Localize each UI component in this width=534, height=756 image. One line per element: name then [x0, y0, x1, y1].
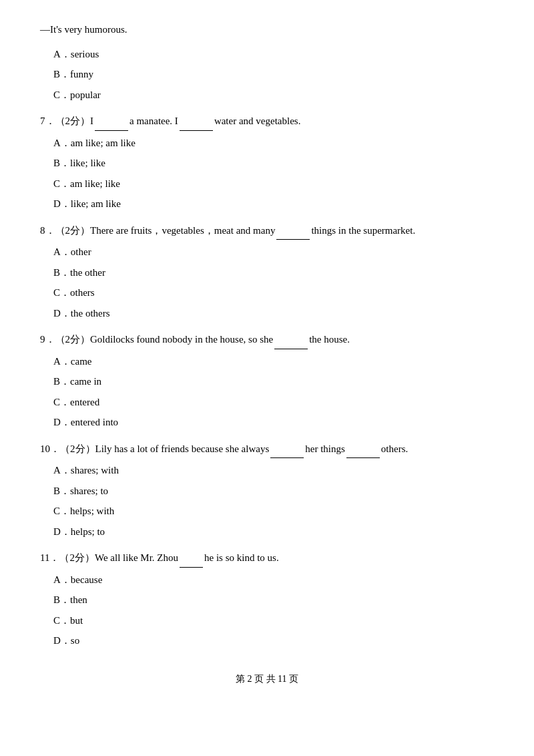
q10-opt-a-text: shares; with [71, 465, 119, 476]
q9-opt-b-text: came in [70, 376, 101, 387]
q11-opt-c-letter: C． [53, 615, 70, 626]
q11-blank [180, 548, 203, 568]
q10-score: （2分） [60, 443, 95, 454]
q7-text-after: water and vegetables. [214, 116, 301, 126]
q10-option-c: C．helps; with [53, 502, 494, 521]
q7-opt-d-letter: D． [53, 198, 71, 209]
q7-blank1 [95, 111, 128, 131]
q9-option-c: C．entered [53, 393, 494, 412]
q11-option-d: D．so [53, 631, 494, 650]
q11-opt-d-text: so [71, 635, 79, 646]
question-9-line: 9．（2分）Goldilocks found nobody in the hou… [40, 329, 494, 349]
q7-opt-c-letter: C． [53, 178, 70, 189]
q7-blank2 [180, 111, 213, 131]
q10-option-b: B．shares; to [53, 482, 494, 501]
q8-option-b: B．the other [53, 263, 494, 282]
q11-option-b: B．then [53, 590, 494, 610]
q11-option-a: A．because [53, 570, 494, 590]
q10-text-after: others. [381, 443, 408, 454]
q7-opt-b-text: like; like [70, 158, 105, 168]
q9-option-a: A．came [53, 352, 494, 371]
question-7-block: 7．（2分）I a manatee. I water and vegetable… [40, 111, 494, 214]
q10-opt-b-text: shares; to [70, 486, 108, 496]
q9-text: Goldilocks found nobody in the house, so… [90, 334, 273, 345]
intro-options-block: A．serious B．funny C．popular [40, 45, 494, 105]
option-a-letter: A． [53, 49, 71, 59]
q8-option-d: D．the others [53, 304, 494, 323]
option-a-text: serious [71, 49, 99, 59]
q10-option-d: D．helps; to [53, 522, 494, 542]
q10-text: Lily has a lot of friends because she al… [95, 443, 270, 454]
q8-opt-a-text: other [71, 246, 91, 257]
q7-opt-b-letter: B． [53, 158, 70, 168]
q9-opt-d-letter: D． [53, 417, 71, 427]
question-11-block: 11．（2分）We all like Mr. Zhou he is so kin… [40, 548, 494, 650]
q10-blank2 [346, 439, 380, 459]
q7-option-d: D．like; am like [53, 194, 494, 214]
question-7-line: 7．（2分）I a manatee. I water and vegetable… [40, 111, 494, 131]
q9-option-d: D．entered into [53, 413, 494, 432]
option-c-letter: C． [53, 89, 70, 100]
q7-option-a: A．am like; am like [53, 134, 494, 153]
q9-text-after: the house. [309, 334, 350, 345]
q8-score: （2分） [55, 225, 91, 236]
q7-option-b: B．like; like [53, 154, 494, 173]
q7-opt-d-text: like; am like [71, 198, 121, 209]
q10-opt-a-letter: A． [53, 465, 71, 476]
intro-text: —It's very humorous. [40, 24, 127, 35]
q11-text-after: he is so kind to us. [204, 552, 279, 563]
q10-text-middle: her things [305, 443, 345, 454]
option-c-text: popular [70, 89, 101, 100]
q8-opt-d-letter: D． [53, 308, 71, 319]
q10-number: 10． [40, 443, 60, 454]
q11-number: 11． [40, 552, 59, 563]
q10-opt-c-text: helps; with [70, 506, 114, 516]
q11-opt-d-letter: D． [53, 635, 71, 646]
q8-opt-c-letter: C． [53, 287, 70, 298]
q11-opt-b-text: then [70, 594, 87, 605]
option-line-a: A．serious [53, 45, 494, 64]
q9-opt-a-text: came [71, 356, 92, 367]
question-10-line: 10．（2分）Lily has a lot of friends because… [40, 439, 494, 459]
q9-opt-b-letter: B． [53, 376, 70, 387]
q9-opt-c-letter: C． [53, 397, 70, 407]
q8-opt-b-letter: B． [53, 267, 70, 278]
q7-text-before: I [90, 116, 93, 126]
question-9-block: 9．（2分）Goldilocks found nobody in the hou… [40, 329, 494, 432]
q10-blank1 [270, 439, 304, 459]
q8-opt-d-text: the others [71, 308, 110, 319]
q11-opt-b-letter: B． [53, 594, 70, 605]
q11-opt-c-text: but [70, 615, 83, 626]
q11-opt-a-letter: A． [53, 574, 71, 585]
q9-option-b: B．came in [53, 372, 494, 391]
question-11-line: 11．（2分）We all like Mr. Zhou he is so kin… [40, 548, 494, 568]
q9-opt-c-text: entered [70, 397, 99, 407]
page-footer: 第 2 页 共 11 页 [40, 671, 494, 687]
option-line-b: B．funny [53, 65, 494, 84]
q11-option-c: C．but [53, 611, 494, 630]
q11-opt-a-text: because [71, 574, 102, 585]
q9-opt-d-text: entered into [71, 417, 118, 427]
intro-line: —It's very humorous. [40, 20, 494, 39]
q7-opt-a-letter: A． [53, 138, 71, 148]
q10-opt-b-letter: B． [53, 486, 70, 496]
option-line-c: C．popular [53, 85, 494, 105]
q9-blank [274, 329, 308, 349]
q7-text-middle: a manatee. I [129, 116, 178, 126]
q7-number: 7． [40, 116, 55, 126]
q10-opt-d-letter: D． [53, 526, 71, 537]
q10-opt-d-text: helps; to [71, 526, 105, 537]
q8-option-a: A．other [53, 242, 494, 262]
q8-blank [276, 220, 310, 240]
q10-opt-c-letter: C． [53, 506, 70, 516]
q8-text-after: things in the supermarket. [311, 225, 415, 236]
question-8-line: 8．（2分）There are fruits，vegetables，meat a… [40, 220, 494, 240]
q9-score: （2分） [55, 334, 91, 345]
q8-opt-b-text: the other [70, 267, 105, 278]
q8-opt-a-letter: A． [53, 246, 71, 257]
footer-text: 第 2 页 共 11 页 [236, 674, 298, 684]
q8-opt-c-text: others [70, 287, 95, 298]
q7-opt-a-text: am like; am like [71, 138, 136, 148]
q8-text: There are fruits，vegetables，meat and man… [90, 225, 275, 236]
q7-opt-c-text: am like; like [70, 178, 120, 189]
